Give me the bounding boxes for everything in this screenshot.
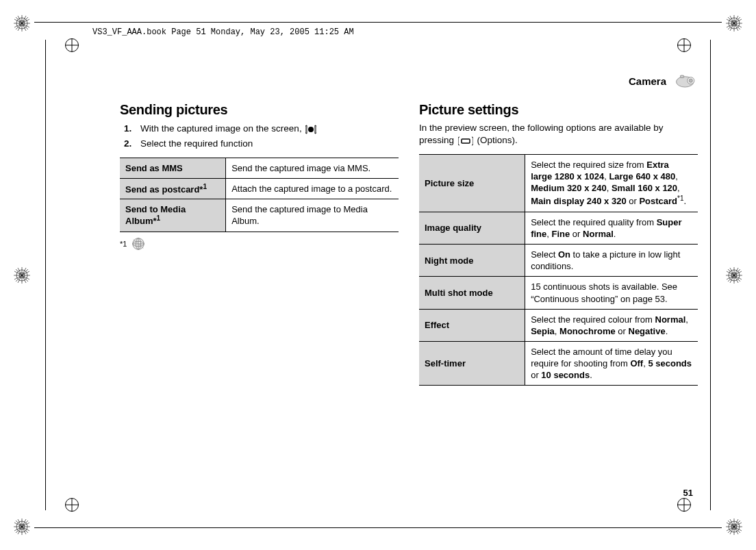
step-item: 2. Select the required function	[124, 137, 399, 151]
registration-mark-icon	[14, 518, 30, 535]
setting-label: Night mode	[419, 245, 525, 277]
send-options-table: Send as MMSSend the captured image via M…	[120, 158, 399, 232]
heading-picture-settings: Picture settings	[419, 102, 698, 118]
page-number: 51	[683, 488, 693, 498]
option-label: Send to Media Album*1	[120, 199, 226, 232]
setting-desc: Select the required size from Extra larg…	[525, 154, 698, 212]
crop-target-icon	[677, 38, 691, 52]
table-row: Send as postcard*1Attach the captured im…	[120, 178, 399, 199]
running-header: VS3_VF_AAA.book Page 51 Monday, May 23, …	[92, 27, 354, 37]
step-number: 2.	[124, 137, 140, 151]
setting-label: Image quality	[419, 212, 525, 244]
crop-target-icon	[65, 38, 79, 52]
section-title: Camera	[629, 75, 666, 87]
table-row: Picture sizeSelect the required size fro…	[419, 154, 698, 212]
setting-desc: Select On to take a picture in low light…	[525, 245, 698, 277]
option-label: Send as postcard*1	[120, 178, 226, 199]
registration-mark-icon	[14, 267, 30, 284]
globe-icon	[131, 236, 146, 251]
setting-desc: Select the required quality from Super f…	[525, 212, 698, 244]
crop-line	[34, 527, 722, 528]
setting-desc: Select the amount of time delay you requ…	[525, 341, 698, 385]
column-picture-settings: Picture settings In the preview screen, …	[419, 102, 698, 386]
step-number: 1.	[124, 122, 140, 136]
steps-list: 1. With the captured image on the screen…	[124, 122, 399, 151]
registration-mark-icon	[726, 267, 742, 284]
svg-rect-70	[462, 139, 470, 143]
svg-point-64	[308, 127, 314, 132]
settings-intro: In the preview screen, the following opt…	[419, 122, 698, 147]
setting-label: Picture size	[419, 154, 525, 212]
softkey-icon	[458, 135, 473, 147]
footnote: *1	[120, 236, 399, 251]
registration-mark-icon	[726, 518, 742, 535]
table-row: Self-timerSelect the amount of time dela…	[419, 341, 698, 385]
column-sending-pictures: Sending pictures 1. With the captured im…	[120, 102, 399, 386]
setting-label: Effect	[419, 309, 525, 341]
crop-target-icon	[65, 498, 79, 512]
table-row: EffectSelect the required colour from No…	[419, 309, 698, 341]
page-body: Camera Sending pictures 1. With the capt…	[120, 72, 698, 502]
step-item: 1. With the captured image on the screen…	[124, 122, 399, 136]
table-row: Send to Media Album*1Send the captured i…	[120, 199, 399, 232]
registration-mark-icon	[726, 15, 742, 32]
step-text: Select the required function	[140, 137, 253, 151]
crop-line	[710, 40, 711, 510]
camera-icon	[675, 72, 698, 90]
setting-label: Self-timer	[419, 341, 525, 385]
option-desc: Send the captured image to Media Album.	[226, 199, 399, 232]
svg-rect-63	[680, 75, 683, 77]
table-row: Multi shot mode15 continuous shots is av…	[419, 277, 698, 309]
step-text: With the captured image on the screen,	[140, 122, 318, 136]
option-label: Send as MMS	[120, 158, 226, 178]
footnote-marker: *1	[120, 240, 127, 248]
option-desc: Attach the captured image to a postcard.	[226, 178, 399, 199]
setting-desc: Select the required colour from Normal, …	[525, 309, 698, 341]
centre-key-icon	[305, 123, 316, 136]
table-row: Image qualitySelect the required quality…	[419, 212, 698, 244]
settings-table: Picture sizeSelect the required size fro…	[419, 154, 698, 386]
table-row: Night modeSelect On to take a picture in…	[419, 245, 698, 277]
setting-desc: 15 continuous shots is available. See “C…	[525, 277, 698, 309]
page-section-header: Camera	[120, 72, 698, 90]
crop-line	[34, 22, 722, 23]
table-row: Send as MMSSend the captured image via M…	[120, 158, 399, 178]
svg-point-62	[689, 79, 692, 82]
setting-label: Multi shot mode	[419, 277, 525, 309]
registration-mark-icon	[14, 15, 30, 32]
crop-line	[45, 40, 46, 510]
option-desc: Send the captured image via MMS.	[226, 158, 399, 178]
heading-sending-pictures: Sending pictures	[120, 102, 399, 118]
